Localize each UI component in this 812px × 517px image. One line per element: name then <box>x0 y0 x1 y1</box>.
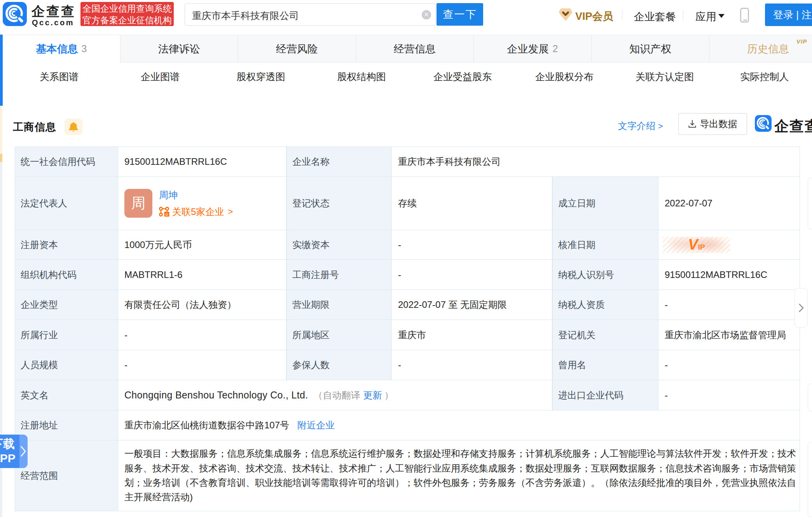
svg-text:企: 企 <box>165 212 169 217</box>
